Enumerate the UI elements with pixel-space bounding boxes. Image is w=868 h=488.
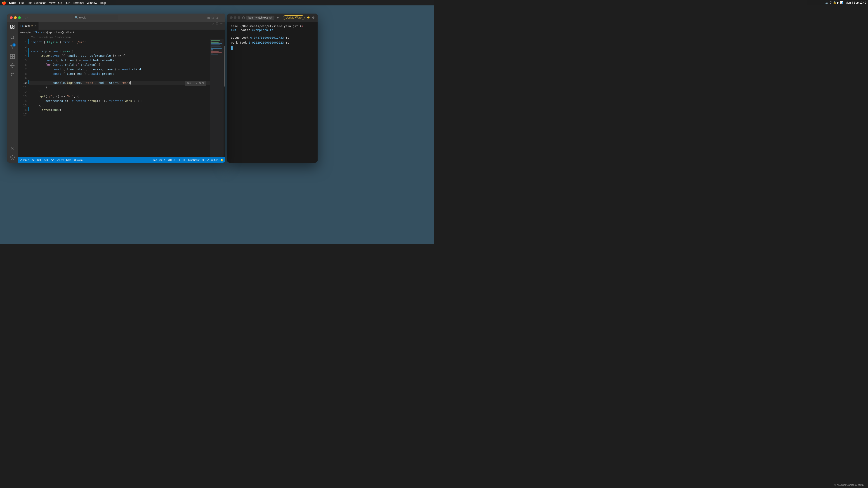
sidebar-item-settings[interactable] [8, 154, 17, 162]
code-line-6: for (const child of children) { [29, 63, 210, 67]
svg-rect-10 [13, 55, 14, 56]
live-share-icon: ↗ [57, 159, 59, 162]
language-mode[interactable]: TypeScript [188, 159, 199, 162]
warnings[interactable]: ⚠ 0 [43, 159, 48, 162]
layout-icon[interactable]: ⊟ [215, 16, 218, 20]
format-icon[interactable]: ⟳ [202, 159, 204, 162]
prettier-label: Prettier [210, 159, 218, 161]
warp-minimize[interactable] [234, 16, 237, 19]
encoding-label: UTF-8 [168, 159, 175, 161]
menu-file[interactable]: File [19, 1, 24, 4]
svg-point-4 [11, 36, 14, 39]
breadcrumb-trace[interactable]: trace() callback [56, 31, 74, 34]
minimap-line-2 [211, 41, 212, 42]
line-num-12: 12 [18, 90, 27, 94]
minimap-line-13 [211, 51, 219, 52]
svg-rect-1 [13, 25, 14, 26]
editor-area: TS a.ts M × ▷ ⊡ ··· example › [18, 22, 225, 163]
close-button[interactable] [10, 16, 13, 19]
warp-tab-label[interactable]: bun --watch exampl [246, 15, 274, 20]
traffic-lights [10, 16, 21, 19]
code-line-9 [29, 76, 210, 80]
warp-new-tab[interactable]: + [277, 15, 279, 20]
menu-help[interactable]: Help [100, 1, 106, 4]
update-warp-button[interactable]: Update Warp [283, 15, 305, 20]
more-icon[interactable]: ··· [220, 16, 223, 20]
tab-a-ts[interactable]: TS a.ts M × [18, 22, 39, 30]
split-icon[interactable]: ⊡ [216, 22, 218, 30]
warp-maximize[interactable] [238, 16, 240, 19]
minimap-line-14 [211, 52, 222, 53]
app-name[interactable]: Code [9, 1, 17, 4]
breadcrumb-example[interactable]: example [20, 31, 31, 34]
apple-icon[interactable]: 🍎 [2, 1, 6, 5]
svg-point-14 [11, 75, 12, 76]
tab-size-label: Tab Size: 4 [153, 159, 165, 161]
minimap-line-1 [211, 40, 220, 41]
maximize-button[interactable] [18, 16, 21, 19]
sidebar-item-git[interactable] [8, 70, 17, 78]
encoding[interactable]: UTF-8 [168, 159, 175, 162]
terminal-icon[interactable]: ⌥ [51, 158, 54, 162]
vertical-scrollbar[interactable] [223, 39, 225, 157]
prettier[interactable]: ✓ Prettier [207, 159, 218, 162]
warp-lightning-icon[interactable]: ⚡ [306, 16, 310, 20]
search-bar[interactable]: 🔍 elysia [73, 15, 118, 20]
git-branch[interactable]: ⎇ miyu* [20, 159, 29, 162]
warp-cursor-line [231, 46, 314, 50]
warp-close[interactable] [230, 16, 232, 19]
quokka[interactable]: Quokka [74, 159, 83, 161]
breadcrumb-file[interactable]: TS a.ts [33, 31, 42, 34]
line-num-13: 13 [18, 94, 27, 99]
error-icon: ⊘ [37, 159, 39, 162]
code-content[interactable]: import { Elysia } from '../src' const ap… [29, 39, 210, 157]
more-actions-icon[interactable]: ··· [220, 22, 223, 30]
menu-run[interactable]: Run [65, 1, 70, 4]
live-share[interactable]: ↗ Live Share [57, 159, 71, 162]
warp-title-bar: ⬡ bun --watch exampl + Update Warp ⚡ ⚙ [227, 13, 318, 22]
code-line-5: const { children } = await beforeHandle [29, 58, 210, 63]
svg-point-8 [12, 47, 13, 48]
forward-button[interactable]: › [26, 15, 28, 20]
menu-go[interactable]: Go [58, 1, 62, 4]
breadcrumb-app[interactable]: {e} app [44, 31, 53, 34]
sidebar-item-extensions[interactable] [8, 53, 17, 61]
errors[interactable]: ⊘ 0 [37, 159, 41, 162]
notifications[interactable]: 🔔 [220, 159, 223, 162]
search-icon: 🔍 [75, 16, 78, 19]
sync-button[interactable]: ↻ [32, 159, 34, 162]
editor-layout: 4 [7, 22, 225, 163]
warp-settings-icon[interactable]: ⚙ [312, 16, 315, 20]
svg-point-18 [12, 157, 13, 158]
menu-selection[interactable]: Selection [34, 1, 46, 4]
sidebar-item-remote[interactable] [8, 61, 17, 70]
run-icon[interactable]: ▷ [212, 22, 214, 30]
breadcrumb: example › TS a.ts › {e} app › trace() ca… [18, 30, 225, 35]
scrollbar-thumb[interactable] [224, 46, 225, 87]
split-editor-icon[interactable]: ⊞ [207, 16, 210, 20]
menu-window[interactable]: Window [87, 1, 97, 4]
sidebar-item-explorer[interactable] [8, 23, 17, 31]
svg-rect-11 [10, 57, 12, 59]
tab-size[interactable]: Tab Size: 4 [153, 159, 165, 162]
sidebar-item-source-control[interactable]: 4 [8, 42, 17, 51]
code-line-17 [29, 112, 210, 117]
editor-actions: ▷ ⊡ ··· [209, 22, 225, 30]
code-line-13: .get('/', () => 'Hi', { [29, 94, 210, 99]
menu-edit[interactable]: Edit [26, 1, 31, 4]
menu-view[interactable]: View [49, 1, 55, 4]
menu-terminal[interactable]: Terminal [73, 1, 84, 4]
curly-braces-icon[interactable]: {} [183, 159, 185, 162]
sidebar-item-account[interactable] [8, 144, 17, 153]
line-num-7: 7 [18, 67, 27, 72]
status-right: Tab Size: 4 UTF-8 LF {} TypeScript [153, 159, 223, 162]
prettier-check: ✓ [207, 159, 209, 162]
minimize-button[interactable] [14, 16, 17, 19]
code-editor[interactable]: 1 2 3 4 5 6 7 8 9 10 11 12 13 14 [18, 39, 225, 157]
eol[interactable]: LF [178, 159, 181, 162]
svg-rect-12 [13, 57, 14, 59]
maximize-panel-icon[interactable]: □ [212, 16, 214, 20]
back-button[interactable]: ‹ [24, 15, 26, 20]
sidebar-item-search[interactable] [8, 33, 17, 41]
tab-close-button[interactable]: × [34, 24, 36, 28]
